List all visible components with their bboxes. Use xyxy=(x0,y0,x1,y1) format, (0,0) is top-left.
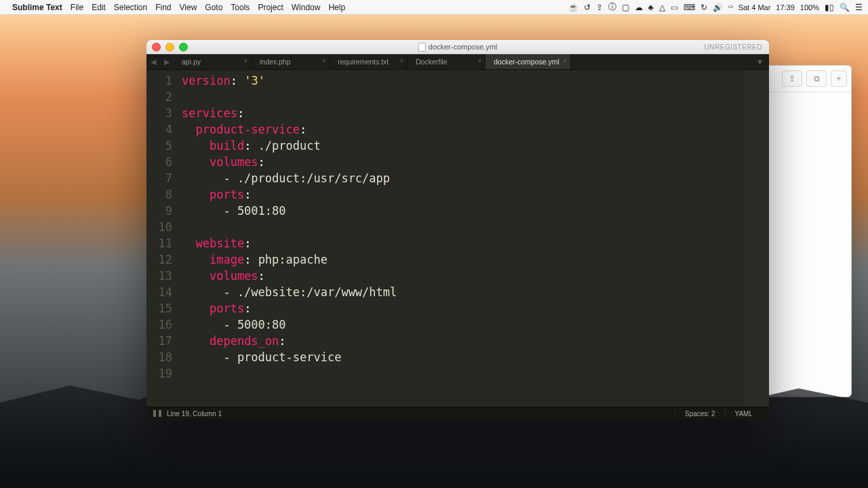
tab-close-icon[interactable]: × xyxy=(244,58,248,64)
code-line[interactable]: - 5000:80 xyxy=(182,317,745,333)
tab-api-py[interactable]: api.py× xyxy=(174,54,252,69)
tab-label: index.php xyxy=(260,58,291,66)
tab-overflow-icon[interactable]: ▼ xyxy=(751,54,769,69)
volume-icon[interactable]: 🔊 xyxy=(713,3,723,12)
tab-close-icon[interactable]: × xyxy=(564,58,567,64)
menu-selection[interactable]: Selection xyxy=(114,3,147,12)
menu-file[interactable]: File xyxy=(71,3,83,12)
triangle-icon[interactable]: △ xyxy=(659,3,665,12)
minimize-icon[interactable] xyxy=(165,43,174,52)
tab-close-icon[interactable]: × xyxy=(478,58,481,64)
desktop: Sublime Text FileEditSelectionFindViewGo… xyxy=(0,0,868,488)
code-line[interactable]: depends_on: xyxy=(182,333,745,349)
tab-strip: ◀ ▶ api.py×index.php×requirements.txt×Do… xyxy=(146,54,769,70)
tab-label: requirements.txt xyxy=(338,58,389,66)
minimap[interactable] xyxy=(745,70,769,407)
code-line[interactable]: volumes: xyxy=(182,154,745,170)
cursor-position[interactable]: Line 19, Column 1 xyxy=(167,410,222,418)
app-name[interactable]: Sublime Text xyxy=(12,3,62,12)
code-line[interactable]: ports: xyxy=(182,186,745,203)
battery-percent: 100% xyxy=(800,3,819,12)
code-line[interactable]: - product-service xyxy=(182,349,745,365)
code-line[interactable]: build: ./product xyxy=(182,138,745,154)
code-line[interactable] xyxy=(182,365,745,382)
line-number-gutter: 12345678910111213141516171819 xyxy=(146,70,178,407)
menubar-date[interactable]: Sat 4 Mar xyxy=(738,3,771,12)
sync-icon[interactable]: ↺ xyxy=(584,3,591,12)
code-content[interactable]: version: '3' services: product-service: … xyxy=(178,70,745,407)
file-icon xyxy=(418,43,426,52)
menu-view[interactable]: View xyxy=(180,3,197,12)
code-line[interactable]: image: php:apache xyxy=(182,251,745,268)
menu-tools[interactable]: Tools xyxy=(231,3,250,12)
code-line[interactable]: - ./website:/var/www/html xyxy=(182,284,745,300)
tab-requirements-txt[interactable]: requirements.txt× xyxy=(330,54,408,69)
dropbox-icon[interactable]: ⇪ xyxy=(596,3,603,12)
tabs-icon[interactable]: ⧉ xyxy=(806,70,827,87)
window-titlebar[interactable]: docker-compose.yml UNREGISTERED xyxy=(146,40,769,54)
syntax-setting[interactable]: YAML xyxy=(725,410,763,418)
box-icon[interactable]: ▢ xyxy=(622,3,629,12)
wifi-icon[interactable]: ⌔ xyxy=(728,3,733,12)
add-tab-icon[interactable]: + xyxy=(831,70,847,87)
window-title: docker-compose.yml xyxy=(429,43,497,51)
code-line[interactable]: version: '3' xyxy=(182,73,745,89)
timemachine-icon[interactable]: ↻ xyxy=(701,3,707,12)
notification-center-icon[interactable]: ☰ xyxy=(855,3,863,12)
editor-area[interactable]: 12345678910111213141516171819 version: '… xyxy=(146,70,769,407)
code-line[interactable] xyxy=(182,219,745,235)
tab-label: docker-compose.yml xyxy=(494,58,559,66)
zoom-icon[interactable] xyxy=(179,43,188,52)
tab-label: Dockerfile xyxy=(416,58,448,66)
info-icon[interactable]: ⓘ xyxy=(608,1,616,13)
layout-columns-icon[interactable] xyxy=(153,410,161,417)
menu-find[interactable]: Find xyxy=(155,3,171,12)
code-line[interactable]: - 5001:80 xyxy=(182,203,745,219)
spotlight-icon[interactable]: 🔍 xyxy=(840,3,850,12)
code-line[interactable]: product-service: xyxy=(182,121,745,138)
menu-project[interactable]: Project xyxy=(258,3,283,12)
keyboard-icon[interactable]: ⌨ xyxy=(684,3,695,12)
menubar-time[interactable]: 17:39 xyxy=(776,3,795,12)
close-icon[interactable] xyxy=(152,43,161,52)
menubar-status: ☕ ↺ ⇪ ⓘ ▢ ☁ ♣ △ ▭ ⌨ ↻ 🔊 ⌔ Sat 4 Mar 17:3… xyxy=(568,1,863,13)
code-line[interactable]: - ./product:/usr/src/app xyxy=(182,170,745,186)
tab-docker-compose-yml[interactable]: docker-compose.yml× xyxy=(486,54,571,69)
code-line[interactable]: ports: xyxy=(182,300,745,317)
tab-close-icon[interactable]: × xyxy=(322,58,326,64)
tab-history-forward-icon[interactable]: ▶ xyxy=(160,54,174,69)
tab-index-php[interactable]: index.php× xyxy=(252,54,330,69)
indent-setting[interactable]: Spaces: 2 xyxy=(675,410,724,418)
code-line[interactable]: services: xyxy=(182,105,745,121)
menu-help[interactable]: Help xyxy=(328,3,345,12)
code-line[interactable]: volumes: xyxy=(182,268,745,284)
menu-window[interactable]: Window xyxy=(292,3,321,12)
unregistered-label: UNREGISTERED xyxy=(705,43,762,51)
menu-goto[interactable]: Goto xyxy=(205,3,222,12)
coffee-icon[interactable]: ☕ xyxy=(568,3,578,12)
code-line[interactable]: website: xyxy=(182,235,745,251)
tab-Dockerfile[interactable]: Dockerfile× xyxy=(408,54,486,69)
cloud-icon[interactable]: ☁ xyxy=(635,3,643,12)
tab-history-back-icon[interactable]: ◀ xyxy=(146,54,160,69)
macos-menubar: Sublime Text FileEditSelectionFindViewGo… xyxy=(0,0,868,15)
display-icon[interactable]: ▭ xyxy=(671,3,678,12)
menu-edit[interactable]: Edit xyxy=(92,3,106,12)
share-icon[interactable]: ⇪ xyxy=(782,70,802,87)
status-bar: Line 19, Column 1 Spaces: 2 YAML xyxy=(146,407,769,420)
code-line[interactable] xyxy=(182,89,745,105)
tab-close-icon[interactable]: × xyxy=(400,58,403,64)
drop-icon[interactable]: ♣ xyxy=(648,3,654,12)
battery-icon[interactable]: ▮▯ xyxy=(825,3,834,12)
sublime-window: docker-compose.yml UNREGISTERED ◀ ▶ api.… xyxy=(146,40,769,420)
tab-label: api.py xyxy=(182,58,201,66)
